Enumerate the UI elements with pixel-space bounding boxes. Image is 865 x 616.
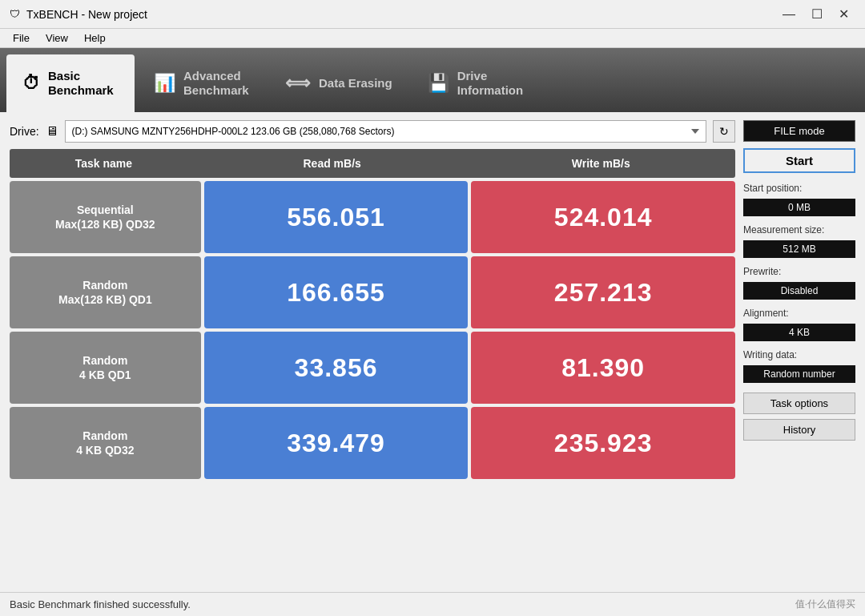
tab-advanced-label: AdvancedBenchmark (183, 69, 249, 98)
tab-drive-information[interactable]: 💾 DriveInformation (412, 54, 540, 112)
menu-help[interactable]: Help (78, 30, 112, 46)
start-button[interactable]: Start (743, 148, 855, 173)
window-title: TxBENCH - New project (26, 8, 147, 21)
table-row: SequentialMax(128 KB) QD32 556.051 524.0… (10, 181, 735, 253)
tab-drive-label: DriveInformation (457, 69, 524, 98)
tab-basic-label: BasicBenchmark (48, 69, 114, 98)
app-icon: 🛡 (10, 8, 20, 20)
right-panel: FILE mode Start Start position: 0 MB Mea… (743, 120, 855, 584)
drive-info-icon: 💾 (428, 73, 449, 94)
tab-basic-benchmark[interactable]: ⏱ BasicBenchmark (6, 54, 135, 112)
read-value-2: 33.856 (204, 332, 469, 404)
write-value-2: 81.390 (471, 332, 735, 404)
prewrite-value: Disabled (743, 282, 855, 300)
window-controls: — ☐ ✕ (776, 6, 855, 22)
task-name-2: Random4 KB QD1 (10, 332, 201, 404)
writing-data-label: Writing data: (743, 349, 855, 360)
tab-data-erasing[interactable]: ⟺ Data Erasing (269, 54, 408, 112)
title-bar: 🛡 TxBENCH - New project — ☐ ✕ (0, 0, 865, 29)
read-value-3: 339.479 (204, 407, 469, 479)
status-message: Basic Benchmark finished successfully. (10, 598, 191, 610)
table-row: RandomMax(128 KB) QD1 166.655 257.213 (10, 256, 735, 328)
col-header-write: Write mB/s (466, 157, 735, 170)
benchmark-table: Task name Read mB/s Write mB/s Sequentia… (10, 149, 735, 584)
measurement-size-value: 512 MB (743, 240, 855, 258)
drive-row: Drive: 🖥 (D:) SAMSUNG MZNTY256HDHP-000L2… (10, 120, 735, 143)
write-value-0: 524.014 (471, 181, 735, 253)
timer-icon: ⏱ (22, 73, 40, 94)
history-button[interactable]: History (743, 419, 855, 441)
read-value-0: 556.051 (204, 181, 469, 253)
main-content: Drive: 🖥 (D:) SAMSUNG MZNTY256HDHP-000L2… (0, 112, 865, 592)
drive-select[interactable]: (D:) SAMSUNG MZNTY256HDHP-000L2 123.06 G… (65, 120, 706, 143)
tab-bar: ⏱ BasicBenchmark 📊 AdvancedBenchmark ⟺ D… (0, 48, 865, 112)
write-value-1: 257.213 (471, 256, 735, 328)
menu-view[interactable]: View (39, 30, 74, 46)
drive-icon: 🖥 (46, 124, 58, 139)
start-position-value: 0 MB (743, 199, 855, 216)
writing-data-value: Random number (743, 365, 855, 383)
close-button[interactable]: ✕ (832, 6, 855, 22)
start-position-label: Start position: (743, 183, 855, 194)
maximize-button[interactable]: ☐ (805, 6, 829, 22)
status-bar: Basic Benchmark finished successfully. 值… (0, 592, 865, 616)
table-row: Random4 KB QD1 33.856 81.390 (10, 332, 735, 404)
read-value-1: 166.655 (204, 256, 469, 328)
table-row: Random4 KB QD32 339.479 235.923 (10, 407, 735, 479)
table-header: Task name Read mB/s Write mB/s (10, 149, 735, 178)
write-value-3: 235.923 (471, 407, 735, 479)
file-mode-button[interactable]: FILE mode (743, 120, 855, 142)
alignment-value: 4 KB (743, 324, 855, 341)
chart-icon: 📊 (154, 73, 175, 94)
tab-erasing-label: Data Erasing (319, 76, 392, 91)
drive-label: Drive: (10, 125, 39, 138)
task-name-3: Random4 KB QD32 (10, 407, 201, 479)
tab-advanced-benchmark[interactable]: 📊 AdvancedBenchmark (138, 54, 266, 112)
minimize-button[interactable]: — (776, 6, 802, 22)
task-name-0: SequentialMax(128 KB) QD32 (10, 181, 201, 253)
alignment-label: Alignment: (743, 308, 855, 319)
drive-refresh-button[interactable]: ↻ (713, 120, 735, 143)
status-credit: 值·什么值得买 (795, 598, 855, 611)
task-options-button[interactable]: Task options (743, 393, 855, 414)
col-header-read: Read mB/s (198, 157, 467, 170)
measurement-size-label: Measurement size: (743, 224, 855, 236)
task-name-1: RandomMax(128 KB) QD1 (10, 256, 201, 328)
col-header-taskname: Task name (10, 157, 198, 170)
left-panel: Drive: 🖥 (D:) SAMSUNG MZNTY256HDHP-000L2… (10, 120, 735, 584)
menu-file[interactable]: File (6, 30, 36, 46)
erasing-icon: ⟺ (285, 73, 311, 94)
menu-bar: File View Help (0, 29, 865, 48)
prewrite-label: Prewrite: (743, 266, 855, 277)
